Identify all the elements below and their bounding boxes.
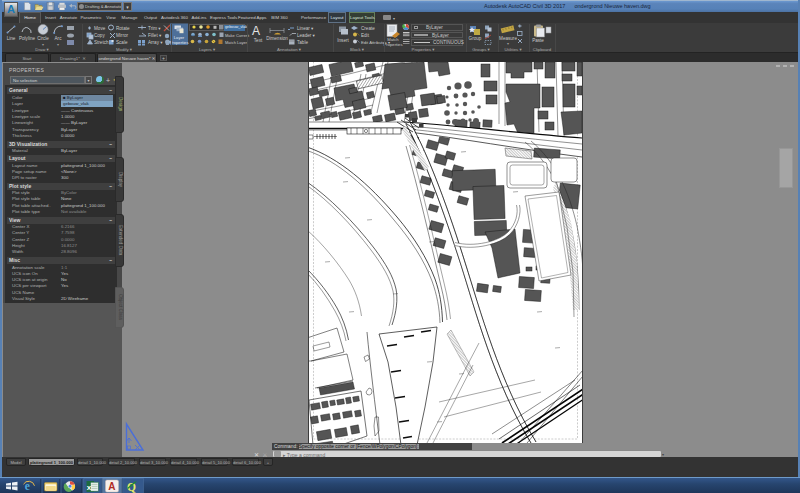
svg-text:A: A <box>108 481 115 492</box>
svg-text:x: x <box>87 483 92 492</box>
